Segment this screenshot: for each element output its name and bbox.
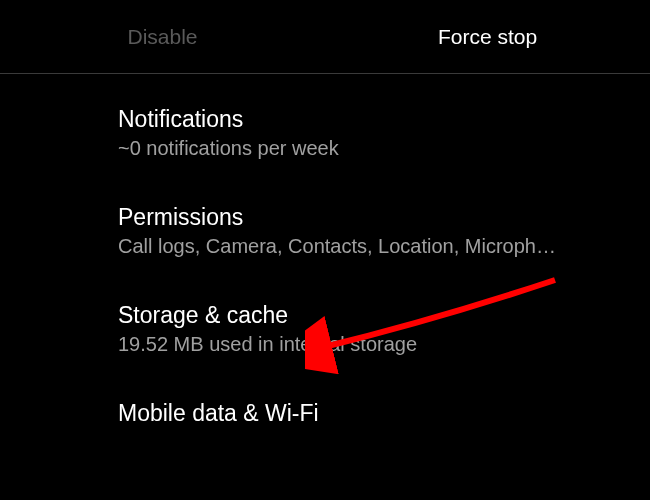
settings-item-title: Storage & cache — [118, 302, 650, 329]
action-bar: Disable Force stop — [0, 0, 650, 73]
settings-item-subtitle: Call logs, Camera, Contacts, Location, M… — [118, 235, 628, 258]
settings-item-subtitle: 19.52 MB used in internal storage — [118, 333, 628, 356]
settings-item-storage[interactable]: Storage & cache 19.52 MB used in interna… — [0, 280, 650, 378]
settings-item-permissions[interactable]: Permissions Call logs, Camera, Contacts,… — [0, 182, 650, 280]
settings-item-title: Permissions — [118, 204, 650, 231]
disable-button: Disable — [0, 25, 325, 49]
settings-item-mobile-data[interactable]: Mobile data & Wi-Fi — [0, 378, 650, 453]
settings-item-title: Mobile data & Wi-Fi — [118, 400, 650, 427]
settings-item-title: Notifications — [118, 106, 650, 133]
force-stop-button[interactable]: Force stop — [325, 25, 650, 49]
settings-item-notifications[interactable]: Notifications ~0 notifications per week — [0, 74, 650, 182]
settings-item-subtitle: ~0 notifications per week — [118, 137, 628, 160]
settings-list: Notifications ~0 notifications per week … — [0, 74, 650, 453]
